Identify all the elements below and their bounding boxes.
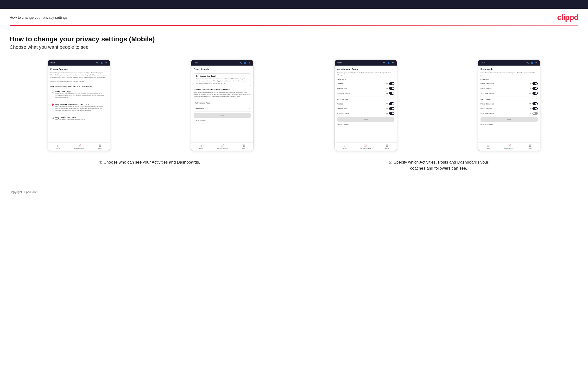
phone3-fr-toggle[interactable]	[389, 102, 394, 105]
phone3-cr-toggle[interactable]	[389, 82, 394, 85]
chart-icon2: 📈	[221, 144, 224, 147]
person-icon3[interactable]: 👤	[387, 61, 390, 64]
person-icon2[interactable]: 👤	[244, 61, 247, 64]
phone2-dashboards-menu[interactable]: Dashboards ›	[194, 106, 251, 112]
phone4-fw-toggle[interactable]	[532, 112, 538, 115]
phone3-fr-toggle-side: ON	[386, 102, 394, 105]
phone3-mockup: ‹ Back 🔍 👤 ⚙ Activities and Posts Select…	[335, 59, 397, 151]
phone3-followers-manual: Manual Activities ON	[337, 111, 394, 116]
phone2-menu-nav[interactable]: ☰ Menu	[242, 144, 245, 149]
phone4-fri-toggle[interactable]	[532, 107, 538, 110]
search-icon[interactable]: 🔍	[96, 61, 99, 64]
phone1-nav: ‹ Back 🔍 👤 ⚙	[48, 60, 110, 66]
search-icon2[interactable]: 🔍	[239, 61, 242, 64]
phone1-option2[interactable]: Only Approved Followers and Your Coach O…	[50, 102, 107, 113]
search-icon3[interactable]: 🔍	[383, 61, 386, 64]
phone1-body-text2: However, you can control who can see you…	[50, 81, 107, 83]
menu-icon3: ☰	[386, 144, 388, 147]
settings-icon4[interactable]: ⚙	[535, 61, 538, 64]
phone4-fp-toggle-side: ON	[529, 102, 538, 105]
phone4-cri-toggle-side: ON	[529, 87, 538, 90]
phone2-nav-icons: 🔍 👤 ⚙	[239, 61, 251, 64]
phone2-home-nav[interactable]: ⌂ Home	[199, 144, 203, 149]
phone1-back[interactable]: ‹ Back	[50, 62, 55, 64]
phone4-back[interactable]: ‹ Back	[481, 62, 485, 64]
logo: clippd	[557, 13, 578, 22]
home-label2: Home	[199, 148, 203, 149]
phone4-fw-label: What To Work On	[481, 113, 494, 114]
person-icon[interactable]: 👤	[100, 61, 103, 64]
chart-icon: 📈	[78, 144, 81, 147]
footer: Copyright Clippd 2022	[0, 186, 588, 199]
phone4-cw-toggle-side: ON	[529, 92, 538, 95]
phone3-followers-label: FOLLOWERS	[337, 99, 394, 100]
phone2-tooltip: Only You and Your Coach Only you and the…	[194, 73, 251, 86]
phone1-menu-nav[interactable]: ☰ Menu	[98, 144, 102, 149]
phone1-radio2	[52, 103, 54, 106]
phone1-home-nav[interactable]: ⌂ Home	[56, 144, 60, 149]
breadcrumb: How to change your privacy settings	[10, 15, 68, 19]
phone3-perf-nav[interactable]: 📈 My Performance	[361, 144, 371, 149]
phone3-divider	[337, 97, 394, 97]
phone4-content: Dashboards Select the dashboards that yo…	[478, 66, 540, 142]
phone4-cp-toggle[interactable]	[532, 82, 538, 85]
phone3-cm-toggle[interactable]	[389, 92, 394, 95]
search-icon4[interactable]: 🔍	[526, 61, 529, 64]
menu-icon: ☰	[99, 144, 101, 147]
phone3-fd-toggle[interactable]	[389, 107, 394, 110]
phone2-activities-menu[interactable]: Activities and Posts ›	[194, 100, 251, 106]
phone3-fm-toggle[interactable]	[389, 112, 394, 115]
phone3-fm-label: Manual Activities	[337, 113, 350, 114]
phone2-tab[interactable]: Privacy Controls	[194, 68, 209, 71]
home-label3: Home	[343, 148, 346, 149]
phone4-home-nav[interactable]: ⌂ Home	[486, 144, 490, 149]
phone4-followers-round-insights: Round Insights ON	[481, 106, 538, 111]
phone4-fp-toggle[interactable]	[532, 102, 538, 105]
phone4-save-btn[interactable]: Save	[481, 117, 538, 122]
step4-caption-container: 4) Choose who can see your Activities an…	[10, 156, 289, 171]
home-label: Home	[56, 148, 60, 149]
phone3-home-nav[interactable]: ⌂ Home	[343, 144, 346, 149]
phone4-cw-toggle[interactable]	[532, 92, 538, 95]
phone3-menu-nav[interactable]: ☰ Menu	[385, 144, 389, 149]
steps-captions-row: 4) Choose who can see your Activities an…	[10, 156, 578, 171]
phone3-content: Activities and Posts Select the types of…	[335, 66, 397, 142]
phone2-perf-nav[interactable]: 📈 My Performance	[217, 144, 228, 149]
settings-icon3[interactable]: ⚙	[391, 61, 394, 64]
menu-label4: Menu	[529, 148, 532, 149]
phone1-body-text: Control how you and your data appears to…	[50, 72, 107, 78]
phone2-dashboards-label: Dashboards	[195, 108, 204, 110]
settings-icon2[interactable]: ⚙	[248, 61, 251, 64]
home-icon2: ⌂	[200, 144, 202, 147]
phone1-perf-nav[interactable]: 📈 My Performance	[74, 144, 84, 149]
chart-icon4: 📈	[507, 144, 511, 147]
phone4-fri-toggle-side: ON	[529, 107, 538, 110]
phone2-back[interactable]: ‹ Back	[194, 62, 199, 64]
phone2-save-btn[interactable]: Save	[194, 113, 251, 118]
phone2-show-hide-text: Regardless of the privacy controls that …	[194, 91, 251, 98]
phone1-option1[interactable]: Everyone on Clippd Everyone on Clippd ca…	[50, 89, 107, 100]
phone3-save-btn[interactable]: Save	[337, 117, 394, 122]
phone4-cp-toggle-side: ON	[529, 82, 538, 85]
phone1-opt2-title: Only Approved Followers and Your Coach	[55, 103, 106, 105]
person-icon4[interactable]: 👤	[530, 61, 533, 64]
phone3-cd-toggle-side: ON	[386, 87, 394, 90]
phone4-followers-what: What To Work On ON	[481, 111, 538, 116]
phone2-tooltip-text: Only you and the coaches you connect wit…	[196, 78, 249, 84]
phone1-opt2-desc: Only approved followers and coaches you …	[55, 105, 106, 111]
phone1-section-title: Privacy Controls	[50, 68, 107, 70]
phone3-bottom-nav: ⌂ Home 📈 My Performance ☰ Menu	[335, 142, 397, 150]
phone3-fm-toggle-side: ON	[386, 112, 394, 115]
phone4-menu-nav[interactable]: ☰ Menu	[529, 144, 532, 149]
phone2-nav: ‹ Back 🔍 👤 ⚙	[191, 60, 253, 66]
phone1-option3[interactable]: Only You and Your Coach Only you and the…	[50, 115, 107, 122]
phone3-cd-label: Practice Drills	[337, 88, 347, 89]
phone3-back[interactable]: ‹ Back	[337, 62, 342, 64]
phone4-cri-toggle[interactable]	[532, 87, 538, 90]
phone2-tooltip-title: Only You and Your Coach	[196, 75, 249, 77]
phone3-cd-toggle[interactable]	[389, 87, 394, 90]
settings-icon[interactable]: ⚙	[105, 61, 107, 64]
phone3-fd-label: Practice Drills	[337, 108, 347, 109]
chart-icon3: 📈	[364, 144, 367, 147]
phone4-perf-nav[interactable]: 📈 My Performance	[504, 144, 514, 149]
